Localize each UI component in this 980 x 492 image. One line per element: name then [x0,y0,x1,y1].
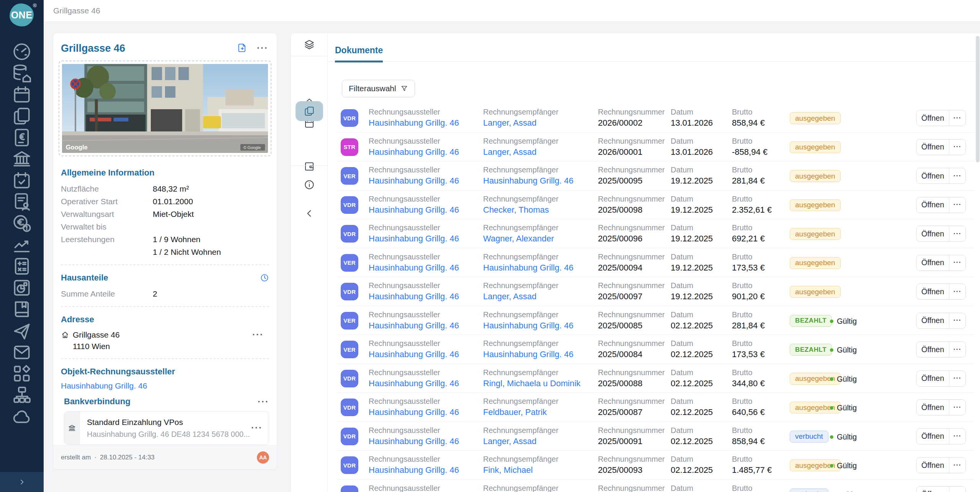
report-icon[interactable] [0,277,44,298]
issuer-link[interactable]: Hausinhabung Grillg. 46 [369,263,459,273]
open-button[interactable]: Öffnen [916,487,949,492]
issuer-link[interactable]: Hausinhabung Grillg. 46 [369,407,459,417]
documents-icon[interactable] [0,105,44,127]
issuer-link[interactable]: Hausinhabung Grillg. 46 [369,465,459,475]
open-button[interactable]: Öffnen [916,313,949,328]
recipient-link[interactable]: Checker, Thomas [483,205,549,215]
orgchart-icon[interactable] [0,384,44,406]
recipient-link[interactable]: Hausinhabung Grillg. 46 [483,176,573,186]
open-button[interactable]: Öffnen [916,139,949,155]
row-more-button[interactable]: ··· [949,371,965,386]
property-database-icon[interactable] [0,62,44,84]
open-button[interactable]: Öffnen [916,458,949,473]
open-button[interactable]: Öffnen [916,400,949,415]
issuer-link[interactable]: Hausinhabung Grillg. 46 [369,321,459,331]
issuer-link[interactable]: Hausinhabung Grillg. 46 [369,379,459,389]
row-more-button[interactable]: ··· [949,313,965,328]
apps-icon[interactable] [0,363,44,384]
recipient-link[interactable]: Langer, Assad [483,147,536,157]
invoice-number: 2025/00091 [598,436,642,446]
recipient-link[interactable]: Ringl, Michaela u Dominik [483,379,580,389]
open-button[interactable]: Öffnen [916,255,949,271]
open-button[interactable]: Öffnen [916,110,949,126]
open-button[interactable]: Öffnen [916,371,949,386]
row-more-button[interactable]: ··· [949,197,965,213]
bank-more-button[interactable]: ··· [258,397,269,406]
row-more-button[interactable]: ··· [949,168,965,184]
add-document-icon[interactable] [237,43,248,53]
cloud-icon[interactable] [0,406,44,427]
row-more-button[interactable]: ··· [949,458,965,473]
address-more-button[interactable]: ··· [252,330,264,339]
layers-icon[interactable] [304,39,315,50]
object-more-button[interactable]: ··· [257,43,268,52]
valid-label: Gültig [837,490,857,492]
recipient-link[interactable]: Fink, Michael [483,465,533,475]
gross-amount: 2.352,61 € [732,205,772,215]
tab-dokumente[interactable]: Dokumente [335,45,383,62]
status-badge: verbucht [790,489,828,492]
row-more-button[interactable]: ··· [949,400,965,415]
documents-tab-icon-active[interactable] [296,101,323,121]
history-clock-icon[interactable] [260,273,269,282]
scrollbar[interactable] [976,34,980,490]
issuer-link[interactable]: Hausinhabung Grillg. 46 [369,147,459,157]
issuer-link[interactable]: Hausinhabung Grillg. 46 [369,176,459,186]
row-more-button[interactable]: ··· [949,342,965,357]
sidebar-expand-button[interactable] [0,472,44,492]
mail-icon[interactable] [0,341,44,363]
issuer-link[interactable]: Hausinhabung Grillg. 46 [369,292,459,302]
row-more-button[interactable]: ··· [949,255,965,271]
calendar-icon[interactable] [0,84,44,105]
valid-dot-icon [830,320,833,323]
recipient-link[interactable]: Langer, Assad [483,292,536,302]
calculator-icon[interactable] [0,256,44,277]
issuer-link[interactable]: Hausinhabung Grillg. 46 [369,349,459,359]
row-actions: Öffnen ··· [916,399,966,415]
scrollbar-thumb[interactable] [976,36,980,162]
collapse-panel-icon[interactable] [304,208,315,219]
open-button[interactable]: Öffnen [916,197,949,213]
calendar-check-icon[interactable] [0,170,44,191]
bank-account-more-button[interactable]: ··· [251,423,263,432]
issuer-link[interactable]: Hausinhabung Grillg. 46 [369,205,459,215]
contract-icon[interactable] [0,191,44,213]
open-button[interactable]: Öffnen [916,429,949,444]
recipient-link[interactable]: Hausinhabung Grillg. 46 [483,263,573,273]
object-issuer-link[interactable]: Hausinhabung Grillg. 46 [61,381,147,390]
recipient-link[interactable]: Wagner, Alexander [483,234,554,244]
recipient-link[interactable]: Langer, Assad [483,118,536,128]
object-card: Grillgasse 46 ··· [53,33,277,469]
open-button[interactable]: Öffnen [916,168,949,184]
recipient-link[interactable]: Feldbauer, Patrik [483,407,547,417]
row-more-button[interactable]: ··· [949,429,965,444]
open-button[interactable]: Öffnen [916,342,949,357]
issuer-link[interactable]: Hausinhabung Grillg. 46 [369,118,459,128]
recipient-link[interactable]: Langer, Assad [483,436,536,446]
recipient-link[interactable]: Hausinhabung Grillg. 46 [483,321,573,331]
filter-button[interactable]: Filterauswahl [342,80,415,97]
column-label: Rechnungsempfänger [483,223,559,232]
info-icon[interactable] [304,179,315,190]
row-more-button[interactable]: ··· [949,487,965,492]
bank-icon[interactable] [0,148,44,170]
section-issuer: Objekt-Rechnungsaussteller Hausinhabung … [61,358,269,451]
issuer-link[interactable]: Hausinhabung Grillg. 46 [369,436,459,446]
row-more-button[interactable]: ··· [949,110,965,126]
open-button[interactable]: Öffnen [916,226,949,241]
row-more-button[interactable]: ··· [949,284,965,299]
chart-icon[interactable] [0,234,44,256]
column-label: Datum [671,426,693,435]
row-more-button[interactable]: ··· [949,139,965,155]
open-button[interactable]: Öffnen [916,284,949,299]
send-icon[interactable] [0,320,44,341]
invoice-icon[interactable] [0,127,44,148]
bookkeeping-icon[interactable] [0,298,44,320]
dashboard-icon[interactable] [0,41,44,62]
wallet-icon[interactable] [304,161,315,172]
finance-alert-icon[interactable] [0,213,44,234]
issuer-link[interactable]: Hausinhabung Grillg. 46 [369,234,459,244]
one-logo[interactable]: ONE [10,3,34,26]
recipient-link[interactable]: Hausinhabung Grillg. 46 [483,349,573,359]
row-more-button[interactable]: ··· [949,226,965,241]
